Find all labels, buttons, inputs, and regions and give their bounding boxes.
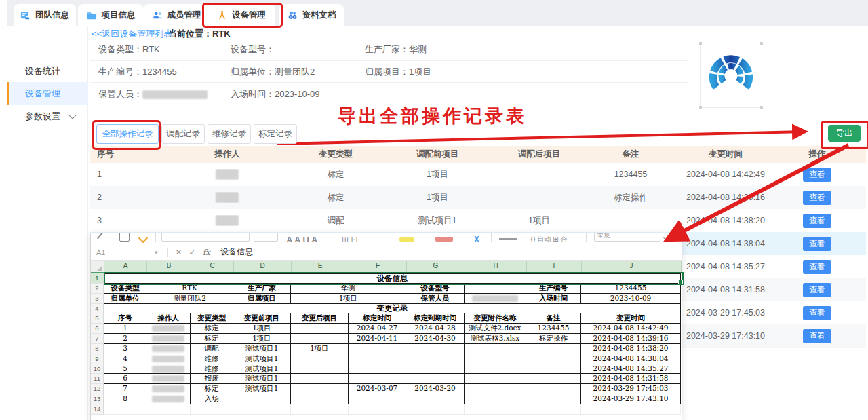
select-all-corner[interactable]: [91, 261, 104, 272]
cell[interactable]: 变更附件名称: [465, 313, 526, 324]
view-button[interactable]: 查看: [803, 191, 831, 205]
cell[interactable]: 维修: [191, 354, 233, 364]
cell[interactable]: [465, 384, 526, 394]
view-button[interactable]: 查看: [803, 329, 831, 343]
cell[interactable]: [291, 324, 349, 334]
cell[interactable]: 标定时间: [349, 313, 406, 324]
view-button[interactable]: 查看: [803, 168, 831, 182]
cell[interactable]: [349, 374, 406, 384]
cell[interactable]: 2024-03-07: [349, 384, 406, 394]
cell[interactable]: 变更时间: [581, 313, 681, 324]
cell[interactable]: 变更记录: [104, 304, 681, 314]
row-header-4[interactable]: 4: [91, 304, 104, 314]
cell[interactable]: 4: [104, 354, 146, 364]
cell[interactable]: [291, 354, 349, 364]
top-tab-members[interactable]: 成员管理: [144, 4, 210, 26]
cell[interactable]: 标定: [191, 324, 233, 334]
cell[interactable]: 设备信息: [104, 273, 681, 284]
row-header-13[interactable]: 13: [91, 394, 104, 404]
cell[interactable]: [291, 364, 349, 375]
cell[interactable]: [465, 404, 526, 415]
cell[interactable]: 测试项目1: [233, 364, 291, 375]
cell[interactable]: 1234455: [581, 284, 681, 294]
export-button[interactable]: 导出: [828, 125, 861, 142]
cell[interactable]: 生产编号: [526, 284, 581, 294]
cell[interactable]: 5: [104, 364, 146, 375]
column-header-E[interactable]: E: [292, 261, 349, 272]
row-header-10[interactable]: 10: [91, 364, 104, 375]
cell[interactable]: [349, 404, 406, 415]
cell[interactable]: 2024-04-08 14:42:49: [581, 324, 681, 334]
cell[interactable]: [233, 394, 291, 404]
row-header-9[interactable]: 9: [91, 354, 104, 364]
view-button[interactable]: 查看: [803, 214, 831, 228]
cell[interactable]: 8: [104, 394, 146, 404]
cell[interactable]: [146, 394, 191, 404]
cell[interactable]: 维修: [191, 364, 233, 375]
column-header-C[interactable]: C: [191, 261, 234, 272]
cell[interactable]: [291, 404, 349, 415]
cell[interactable]: [233, 404, 291, 415]
row-header-6[interactable]: 6: [91, 324, 104, 334]
cell[interactable]: 7: [104, 384, 146, 394]
cell[interactable]: 入场时间: [526, 294, 581, 304]
cell[interactable]: 变更类型: [191, 313, 233, 324]
cell[interactable]: [465, 394, 526, 404]
cell[interactable]: 归属单位: [104, 294, 146, 304]
cell[interactable]: [465, 284, 526, 294]
cell[interactable]: [406, 344, 465, 354]
top-tab-project[interactable]: 项目信息: [78, 4, 144, 26]
cell[interactable]: [146, 334, 191, 344]
cell[interactable]: 标定: [191, 384, 233, 394]
cell[interactable]: [146, 344, 191, 354]
cell[interactable]: 入场: [191, 394, 233, 404]
cell[interactable]: 调配: [191, 344, 233, 354]
row-header-12[interactable]: 12: [91, 384, 104, 394]
cell[interactable]: 测试项目1: [233, 384, 291, 394]
cell[interactable]: [465, 344, 526, 354]
row-header-7[interactable]: 7: [91, 334, 104, 344]
top-tab-device[interactable]: 设备管理: [208, 4, 275, 26]
row-header-2[interactable]: 2: [91, 284, 104, 294]
cell[interactable]: 生产厂家: [233, 284, 291, 294]
cell[interactable]: [526, 364, 581, 375]
row-header-8[interactable]: 8: [91, 344, 104, 354]
row-header-14[interactable]: 14: [91, 404, 104, 415]
cell[interactable]: [291, 394, 349, 404]
cell[interactable]: 归属项目: [233, 294, 291, 304]
cell[interactable]: 操作人: [146, 313, 191, 324]
cell[interactable]: [349, 344, 406, 354]
cell[interactable]: [526, 344, 581, 354]
record-tab-1[interactable]: 调配记录: [161, 124, 205, 144]
cell[interactable]: [146, 374, 191, 384]
cell[interactable]: 报废: [191, 374, 233, 384]
cell[interactable]: [291, 334, 349, 344]
cell[interactable]: 2024-03-29 17:43:10: [581, 394, 681, 404]
cell[interactable]: 1项目: [291, 344, 349, 354]
cell[interactable]: [146, 404, 191, 415]
cell[interactable]: 2024-04-08 14:38:20: [581, 344, 681, 354]
cell[interactable]: [465, 294, 526, 304]
cell[interactable]: 测试项目1: [233, 374, 291, 384]
cell[interactable]: 2023-10-09: [581, 294, 681, 304]
row-header-11[interactable]: 11: [91, 374, 104, 384]
cancel-entry-icon[interactable]: ✕: [176, 248, 182, 257]
cell[interactable]: 2024-03-20: [406, 384, 465, 394]
cell[interactable]: [526, 394, 581, 404]
cell[interactable]: 2: [104, 334, 146, 344]
cell[interactable]: [291, 384, 349, 394]
cell[interactable]: [349, 364, 406, 375]
cell[interactable]: 测试项目1: [233, 354, 291, 364]
cell[interactable]: [526, 384, 581, 394]
top-tab-docs[interactable]: 资料文档: [279, 4, 344, 26]
cell[interactable]: 1项目: [233, 324, 291, 334]
cell[interactable]: 测量团队2: [146, 294, 233, 304]
column-header-J[interactable]: J: [582, 261, 682, 272]
column-header-B[interactable]: B: [147, 261, 191, 272]
cell[interactable]: 变更前项目: [233, 313, 291, 324]
cell-name-box[interactable]: A1: [91, 248, 155, 256]
sidebar-item-device-stats[interactable]: 设备统计: [7, 60, 88, 82]
cell[interactable]: 保管人员: [406, 294, 465, 304]
cell[interactable]: 测试表格3.xlsx: [465, 334, 526, 344]
cell[interactable]: [191, 404, 233, 415]
